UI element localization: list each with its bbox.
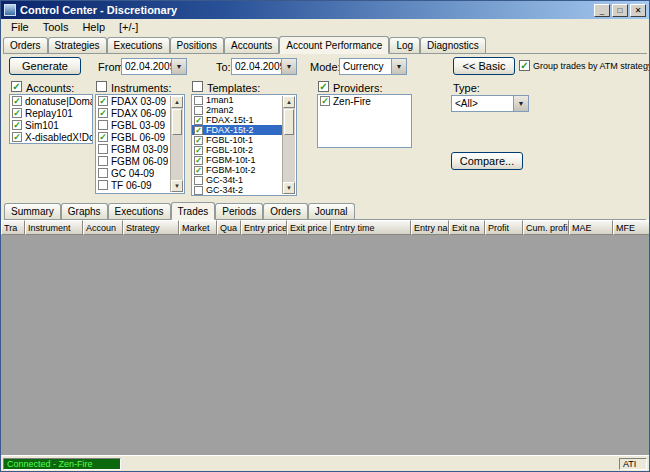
scroll-track[interactable] (171, 136, 183, 180)
tab-orders[interactable]: Orders (3, 37, 48, 53)
scroll-down-icon[interactable]: ▼ (283, 182, 295, 194)
item-checkbox[interactable] (12, 96, 22, 106)
column-header[interactable]: Cum. profit (523, 220, 569, 235)
list-item[interactable]: FGBL 03-09 (96, 119, 170, 131)
tab-executions[interactable]: Executions (108, 203, 171, 219)
item-checkbox[interactable] (194, 166, 203, 175)
item-checkbox[interactable] (12, 108, 22, 118)
from-date-combo[interactable]: 02.04.2009 ▼ (121, 58, 187, 75)
list-item[interactable]: GC 04-09 (96, 167, 170, 179)
column-header[interactable]: Strategy (123, 220, 179, 235)
column-header[interactable]: Entry price (241, 220, 287, 235)
tab-strategies[interactable]: Strategies (48, 37, 107, 53)
column-header[interactable]: Entry na (411, 220, 449, 235)
tab-summary[interactable]: Summary (4, 203, 61, 219)
templates-list[interactable]: ▲ ▼ 1man12man2FDAX-15t-1FDAX-15t-2FGBL-1… (191, 94, 297, 196)
item-checkbox[interactable] (98, 132, 108, 142)
item-checkbox[interactable] (194, 96, 203, 105)
tab-positions[interactable]: Positions (170, 37, 225, 53)
item-checkbox[interactable] (194, 106, 203, 115)
maximize-button[interactable]: □ (612, 4, 628, 17)
type-combo[interactable]: <All> ▼ (451, 95, 529, 112)
list-item[interactable]: FGBL-10t-1 (192, 135, 282, 145)
scroll-up-icon[interactable]: ▲ (171, 96, 183, 108)
trades-table-body[interactable] (1, 235, 649, 455)
column-header[interactable]: Instrument (25, 220, 83, 235)
list-item[interactable]: X-disabledX!Dom (10, 131, 92, 143)
scroll-down-icon[interactable]: ▼ (171, 180, 183, 192)
list-item[interactable]: TF 06-09 (96, 179, 170, 191)
item-checkbox[interactable] (194, 136, 203, 145)
generate-button[interactable]: Generate (9, 57, 81, 75)
item-checkbox[interactable] (12, 132, 22, 142)
list-item[interactable]: FDAX-15t-2 (192, 125, 282, 135)
list-item[interactable]: Zen-Fire (318, 95, 411, 107)
tab-executions[interactable]: Executions (107, 37, 170, 53)
mode-combo[interactable]: Currency ▼ (339, 58, 407, 75)
menu-plus-minus[interactable]: [+/-] (112, 20, 145, 34)
list-item[interactable]: FGBL-10t-2 (192, 145, 282, 155)
menu-help[interactable]: Help (75, 20, 112, 34)
item-checkbox[interactable] (194, 116, 203, 125)
dropdown-arrow-icon[interactable]: ▼ (513, 96, 528, 111)
list-item[interactable]: FGBL 06-09 (96, 131, 170, 143)
group-trades-checkbox[interactable] (519, 60, 530, 71)
item-checkbox[interactable] (194, 126, 203, 135)
item-checkbox[interactable] (98, 144, 108, 154)
instruments-checkbox[interactable] (96, 81, 107, 92)
column-header[interactable]: Exit na (449, 220, 485, 235)
item-checkbox[interactable] (194, 156, 203, 165)
scroll-track[interactable] (283, 136, 295, 182)
item-checkbox[interactable] (98, 156, 108, 166)
scroll-up-icon[interactable]: ▲ (283, 96, 295, 108)
basic-button[interactable]: << Basic (453, 57, 515, 75)
column-header[interactable]: Market (179, 220, 217, 235)
list-item[interactable]: Sim101 (10, 119, 92, 131)
item-checkbox[interactable] (98, 168, 108, 178)
list-item[interactable]: donatuse|Domar (10, 95, 92, 107)
list-item[interactable]: Replay101 (10, 107, 92, 119)
tab-diagnostics[interactable]: Diagnostics (420, 37, 486, 53)
column-header[interactable]: Qua (217, 220, 241, 235)
item-checkbox[interactable] (12, 120, 22, 130)
providers-list[interactable]: Zen-Fire (317, 94, 412, 148)
item-checkbox[interactable] (98, 108, 108, 118)
providers-checkbox[interactable] (318, 81, 329, 92)
instruments-scrollbar[interactable]: ▲ ▼ (170, 96, 183, 192)
item-checkbox[interactable] (320, 96, 330, 106)
scroll-thumb[interactable] (172, 109, 182, 135)
item-checkbox[interactable] (194, 176, 203, 185)
list-item[interactable]: 2man2 (192, 105, 282, 115)
column-header[interactable]: Tra (1, 220, 25, 235)
list-item[interactable]: FDAX 03-09 (96, 95, 170, 107)
to-date-combo[interactable]: 02.04.2009 ▼ (231, 58, 297, 75)
minimize-button[interactable]: _ (594, 4, 610, 17)
list-item[interactable]: FGBM 06-09 (96, 155, 170, 167)
list-item[interactable]: FDAX 06-09 (96, 107, 170, 119)
close-button[interactable]: ✕ (630, 4, 646, 17)
list-item[interactable]: FGBM-10t-1 (192, 155, 282, 165)
instruments-list[interactable]: ▲ ▼ FDAX 03-09FDAX 06-09FGBL 03-09FGBL 0… (95, 94, 185, 194)
item-checkbox[interactable] (194, 186, 203, 195)
tab-log[interactable]: Log (389, 37, 420, 53)
tab-journal[interactable]: Journal (308, 203, 355, 219)
menu-tools[interactable]: Tools (36, 20, 76, 34)
column-header[interactable]: MFE (613, 220, 650, 235)
compare-button[interactable]: Compare... (451, 152, 523, 170)
tab-orders[interactable]: Orders (263, 203, 308, 219)
item-checkbox[interactable] (98, 120, 108, 130)
item-checkbox[interactable] (98, 180, 108, 190)
tab-trades[interactable]: Trades (171, 202, 216, 220)
item-checkbox[interactable] (98, 96, 108, 106)
list-item[interactable]: FGBM-10t-2 (192, 165, 282, 175)
dropdown-arrow-icon[interactable]: ▼ (171, 59, 186, 74)
list-item[interactable]: GC-34t-1 (192, 175, 282, 185)
list-item[interactable]: 1man1 (192, 95, 282, 105)
column-header[interactable]: Entry time (331, 220, 411, 235)
list-item[interactable]: FGBM 03-09 (96, 143, 170, 155)
column-header[interactable]: Accoun (83, 220, 123, 235)
accounts-list[interactable]: donatuse|DomarReplay101Sim101X-disabledX… (9, 94, 93, 144)
column-header[interactable]: Exit price (287, 220, 331, 235)
templates-scrollbar[interactable]: ▲ ▼ (282, 96, 295, 194)
list-item[interactable]: GC-34t-2 (192, 185, 282, 195)
